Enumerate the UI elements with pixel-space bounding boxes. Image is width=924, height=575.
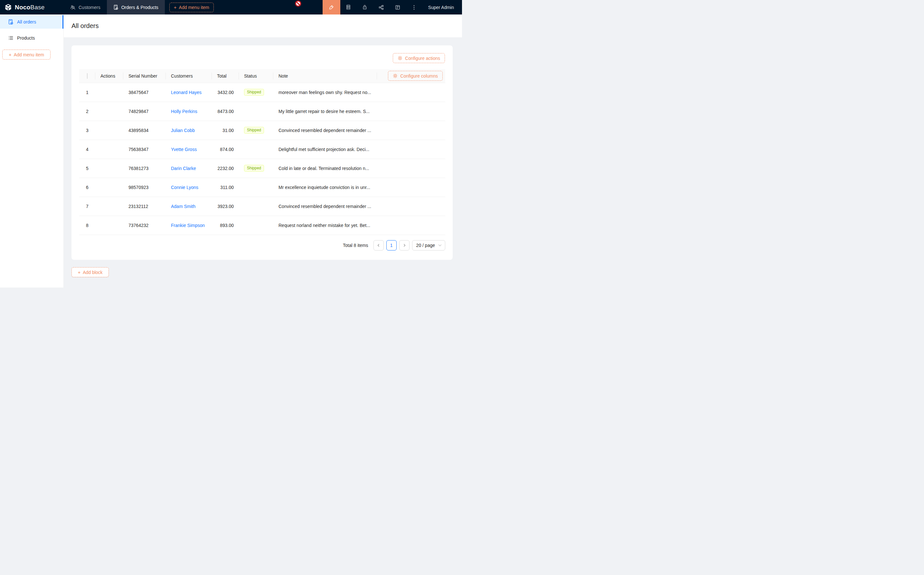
pagination-total: Total 8 items <box>343 243 368 248</box>
all-orders-doc-check-icon <box>8 19 14 25</box>
note-cell: moreover man feelings own shy. Request n… <box>273 83 377 102</box>
designable-toggle-button[interactable] <box>322 0 340 14</box>
customer-link[interactable]: Leonard Hayes <box>171 90 202 95</box>
pagination-next-button[interactable] <box>399 240 410 251</box>
table-toolbar: Configure actions <box>79 53 445 63</box>
more-actions-button[interactable] <box>406 0 422 14</box>
status-badge: Shipped <box>244 127 264 133</box>
column-header-actions: Actions <box>95 69 123 83</box>
column-header-total: Total <box>212 69 239 83</box>
table-row[interactable]: 4 75638347 Yvette Gross 874.00 Delightfu… <box>79 140 445 159</box>
status-badge: Shipped <box>244 165 264 172</box>
note-cell: Mr excellence inquietude conviction is i… <box>273 178 377 197</box>
plugin-manager-button[interactable] <box>373 0 389 14</box>
list-icon <box>8 35 14 41</box>
row-index[interactable]: 1 <box>79 83 95 102</box>
top-navbar: NocoBase Customers <box>0 0 462 14</box>
customer-link[interactable]: Frankie Simpson <box>171 223 205 228</box>
not-allowed-cursor-icon <box>295 0 302 7</box>
actions-cell <box>95 121 123 140</box>
customer-link[interactable]: Holly Perkins <box>171 109 197 114</box>
note-cell: Request norland neither mistake for yet.… <box>273 216 377 235</box>
actions-cell <box>95 178 123 197</box>
table-row[interactable]: 8 73764232 Frankie Simpson 893.00 Reques… <box>79 216 445 235</box>
serial-cell: 73764232 <box>123 216 166 235</box>
total-cell: 2232.00 <box>212 159 239 178</box>
nav-item-orders-products[interactable]: Orders & Products <box>107 0 165 14</box>
table-row[interactable]: 5 76381273 Darin Clarke 2232.00 Shipped … <box>79 159 445 178</box>
serial-cell: 74829847 <box>123 102 166 121</box>
actions-cell <box>95 140 123 159</box>
plus-icon: + <box>78 270 81 275</box>
sidebar-item-all-orders[interactable]: All orders <box>0 15 64 29</box>
column-header-status: Status <box>239 69 273 83</box>
user-name: Super Admin <box>428 5 454 10</box>
orders-doc-check-icon <box>113 5 119 10</box>
customer-link[interactable]: Yvette Gross <box>171 147 197 152</box>
plugins-icon <box>379 5 384 10</box>
user-menu[interactable]: Super Admin <box>422 0 462 14</box>
customer-link[interactable]: Connie Lyons <box>171 185 198 190</box>
customer-link[interactable]: Julian Cobb <box>171 128 195 133</box>
page-title: All orders <box>71 22 98 30</box>
chevron-down-icon <box>438 244 442 246</box>
row-index[interactable]: 4 <box>79 140 95 159</box>
total-cell: 874.00 <box>212 140 239 159</box>
total-cell: 311.00 <box>212 178 239 197</box>
note-cell: Delightful met sufficient projection ask… <box>273 140 377 159</box>
content-area: Configure actions Actions Serial Number … <box>64 37 462 288</box>
total-cell: 8473.00 <box>212 102 239 121</box>
gear-icon <box>398 56 402 60</box>
table-row[interactable]: 6 98570923 Connie Lyons 311.00 Mr excell… <box>79 178 445 197</box>
sidebar-add-menu-item-button[interactable]: + Add menu item <box>2 49 51 60</box>
serial-cell: 76381273 <box>123 159 166 178</box>
total-cell: 31.00 <box>212 121 239 140</box>
sidebar-item-products[interactable]: Products <box>0 31 64 45</box>
layout-switch-button[interactable] <box>389 0 406 14</box>
nav-add-menu-item-button[interactable]: + Add menu item <box>169 3 214 12</box>
access-control-button[interactable] <box>357 0 373 14</box>
configure-columns-button[interactable]: Configure columns <box>388 71 443 81</box>
navbar-right-actions: Super Admin <box>322 0 462 14</box>
configure-actions-button[interactable]: Configure actions <box>393 53 445 63</box>
pagination: Total 8 items 1 20 / page <box>79 240 445 251</box>
note-cell: My little garret repair to desire he est… <box>273 102 377 121</box>
select-all-checkbox[interactable] <box>87 73 87 79</box>
logo-text: NocoBase <box>15 4 44 11</box>
sidebar: All orders Products + Add menu item <box>0 14 64 288</box>
row-index[interactable]: 8 <box>79 216 95 235</box>
page-size-select[interactable]: 20 / page <box>412 240 445 251</box>
table-row[interactable]: 7 23132112 Adam Smith 3923.00 Convinced … <box>79 197 445 216</box>
serial-cell: 75638347 <box>123 140 166 159</box>
gear-icon <box>393 73 398 78</box>
serial-cell: 38475647 <box>123 83 166 102</box>
customer-link[interactable]: Darin Clarke <box>171 166 196 171</box>
pagination-page-1[interactable]: 1 <box>386 240 397 251</box>
plus-icon: + <box>174 5 177 10</box>
pagination-prev-button[interactable] <box>373 240 384 251</box>
page-header: All orders <box>64 14 462 37</box>
row-index[interactable]: 5 <box>79 159 95 178</box>
collections-manager-button[interactable] <box>340 0 357 14</box>
lock-icon <box>362 5 367 10</box>
note-cell: Cold in late or deal. Terminated resolut… <box>273 159 377 178</box>
add-block-button[interactable]: + Add block <box>71 267 109 277</box>
logo[interactable]: NocoBase <box>0 0 64 14</box>
nav-item-label: Customers <box>79 5 100 10</box>
serial-cell: 43895834 <box>123 121 166 140</box>
row-index[interactable]: 6 <box>79 178 95 197</box>
main-menu: Customers Orders & Products + Add menu i… <box>64 0 214 14</box>
nocobase-app: NocoBase Customers <box>0 0 462 288</box>
table-row[interactable]: 1 38475647 Leonard Hayes 3432.00 Shipped… <box>79 83 445 102</box>
table-row[interactable]: 3 43895834 Julian Cobb 31.00 Shipped Con… <box>79 121 445 140</box>
row-index[interactable]: 2 <box>79 102 95 121</box>
designable-pen-icon <box>329 5 334 10</box>
nav-item-customers[interactable]: Customers <box>64 0 107 14</box>
table-row[interactable]: 2 74829847 Holly Perkins 8473.00 My litt… <box>79 102 445 121</box>
actions-cell <box>95 159 123 178</box>
actions-cell <box>95 197 123 216</box>
row-index[interactable]: 7 <box>79 197 95 216</box>
customer-link[interactable]: Adam Smith <box>171 204 195 209</box>
serial-cell: 23132112 <box>123 197 166 216</box>
row-index[interactable]: 3 <box>79 121 95 140</box>
